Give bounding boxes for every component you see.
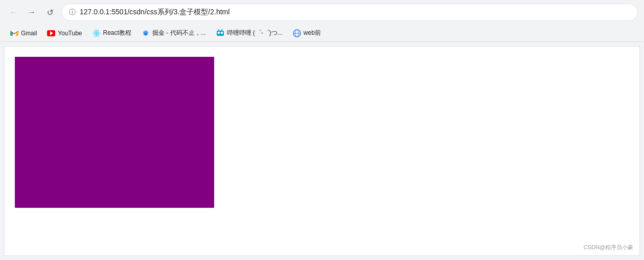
gmail-icon	[10, 29, 18, 37]
svg-line-8	[218, 30, 219, 31]
bilibili-icon	[216, 29, 224, 37]
back-button[interactable]: ←	[6, 5, 20, 19]
juejin-icon	[142, 29, 150, 37]
react-label: React教程	[103, 29, 131, 37]
bookmarks-bar: Gmail YouTube React教程	[0, 25, 644, 42]
youtube-icon	[47, 29, 55, 37]
nav-bar: ← → ↻ ⓘ 127.0.0.1:5501/csdn/css系列/3.盒子模型…	[0, 0, 644, 25]
svg-line-9	[221, 30, 222, 31]
browser-chrome: ← → ↻ ⓘ 127.0.0.1:5501/csdn/css系列/3.盒子模型…	[0, 0, 644, 42]
bookmark-react[interactable]: React教程	[88, 27, 135, 39]
reload-icon: ↻	[47, 8, 54, 17]
watermark: CSDN@程序员小豪	[584, 244, 633, 251]
web-icon	[293, 29, 301, 37]
bookmark-bilibili[interactable]: 哔哩哔哩 (゜-゜)つ...	[212, 27, 287, 39]
page-content: CSDN@程序员小豪	[4, 46, 640, 256]
forward-icon: →	[28, 8, 36, 17]
youtube-label: YouTube	[58, 30, 82, 37]
svg-point-1	[96, 32, 98, 34]
bookmark-web[interactable]: web前	[289, 27, 325, 39]
gmail-label: Gmail	[21, 30, 37, 37]
web-label: web前	[304, 29, 321, 37]
juejin-label: 掘金 - 代码不止，...	[152, 29, 206, 37]
react-icon	[93, 29, 101, 37]
security-icon: ⓘ	[69, 8, 76, 17]
bookmark-gmail[interactable]: Gmail	[6, 28, 41, 39]
bilibili-label: 哔哩哔哩 (゜-゜)つ...	[227, 29, 283, 37]
back-icon: ←	[9, 8, 17, 17]
purple-box	[15, 57, 214, 208]
svg-rect-6	[218, 32, 220, 34]
address-bar[interactable]: ⓘ 127.0.0.1:5501/csdn/css系列/3.盒子模型/2.htm…	[61, 4, 638, 21]
url-text: 127.0.0.1:5501/csdn/css系列/3.盒子模型/2.html	[80, 8, 229, 17]
reload-button[interactable]: ↻	[43, 5, 57, 19]
svg-rect-7	[221, 32, 223, 34]
bookmark-youtube[interactable]: YouTube	[43, 28, 86, 39]
bookmark-juejin[interactable]: 掘金 - 代码不止，...	[137, 27, 210, 39]
forward-button[interactable]: →	[25, 5, 39, 19]
